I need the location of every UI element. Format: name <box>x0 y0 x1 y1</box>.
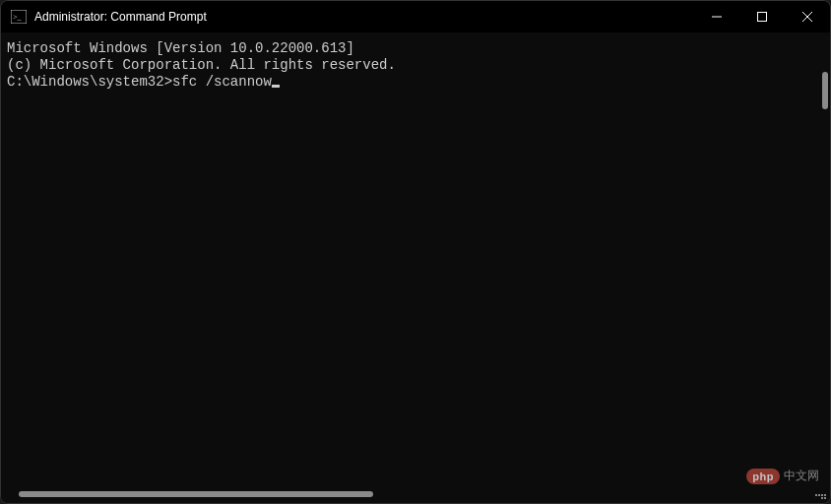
prompt-line: C:\Windows\system32>sfc /scannow <box>7 74 822 91</box>
maximize-button[interactable] <box>739 1 785 32</box>
command-prompt-window: >_ Administrator: Command Prompt <box>0 0 831 504</box>
terminal-output[interactable]: Microsoft Windows [Version 10.0.22000.61… <box>1 32 830 485</box>
vertical-scrollbar-thumb[interactable] <box>822 72 828 109</box>
titlebar-left: >_ Administrator: Command Prompt <box>11 10 207 24</box>
output-line-copyright: (c) Microsoft Corporation. All rights re… <box>7 57 822 74</box>
command-input[interactable]: sfc /scannow <box>172 74 272 91</box>
output-line-version: Microsoft Windows [Version 10.0.22000.61… <box>7 40 822 57</box>
close-button[interactable] <box>785 1 830 32</box>
minimize-button[interactable] <box>694 1 739 32</box>
window-title: Administrator: Command Prompt <box>34 10 207 24</box>
svg-text:>_: >_ <box>13 13 23 22</box>
text-cursor <box>272 85 280 88</box>
svg-rect-3 <box>758 13 767 22</box>
horizontal-scrollbar-thumb[interactable] <box>19 491 373 497</box>
bottom-bar <box>1 485 830 503</box>
resize-grip[interactable] <box>814 487 826 499</box>
window-controls <box>694 1 830 32</box>
cmd-icon: >_ <box>11 10 27 24</box>
titlebar[interactable]: >_ Administrator: Command Prompt <box>1 1 830 32</box>
prompt-path: C:\Windows\system32> <box>7 74 172 91</box>
